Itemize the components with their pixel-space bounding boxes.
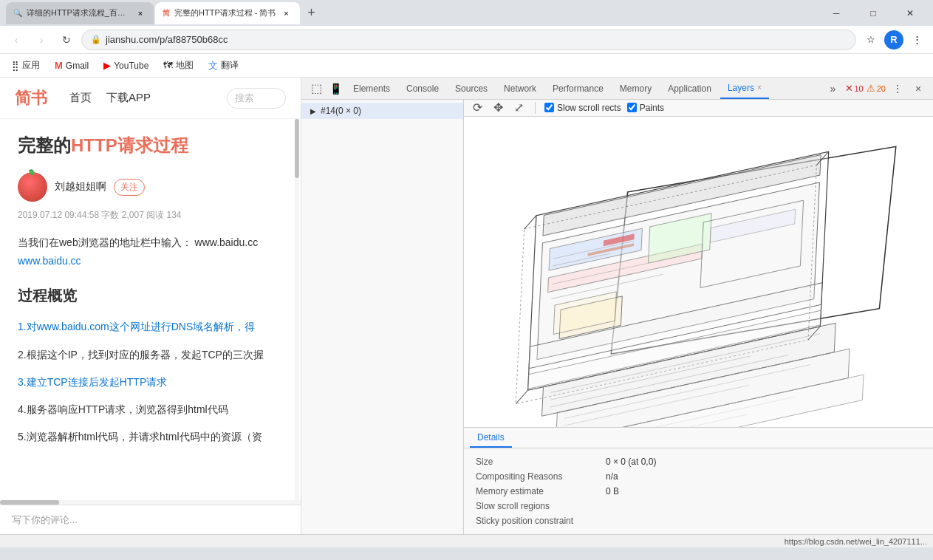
list-item-2: 2.根据这个IP，找到对应的服务器，发起TCP的三次握 bbox=[18, 346, 283, 364]
lock-icon: 🔒 bbox=[91, 35, 101, 44]
tab-application[interactable]: Application bbox=[660, 78, 719, 99]
gmail-icon: M bbox=[55, 60, 63, 71]
compositing-label: Compositing Reasons bbox=[476, 471, 594, 482]
item1-link[interactable]: 1.对www.baidu.com这个网址进行DNS域名解析，得 bbox=[18, 321, 255, 332]
pan-tool-button[interactable]: ✥ bbox=[491, 100, 505, 115]
slow-scroll-checkbox[interactable] bbox=[544, 103, 554, 112]
list-item-1: 1.对www.baidu.com这个网址进行DNS域名解析，得 bbox=[18, 318, 283, 336]
tab-2-close[interactable]: × bbox=[281, 7, 293, 19]
bookmark-star-button[interactable]: ☆ bbox=[861, 30, 881, 50]
apps-icon: ⣿ bbox=[12, 60, 19, 71]
menu-button[interactable]: ⋮ bbox=[906, 30, 927, 50]
layers-item-root[interactable]: ▶ #14(0 × 0) bbox=[301, 103, 463, 119]
layers-right-panel: ⟳ ✥ ⤢ Slow scroll rects Paints bbox=[464, 100, 933, 534]
status-url: https://blog.csdn.net/wei_lin_4207111... bbox=[785, 537, 927, 546]
paints-checkbox[interactable] bbox=[627, 103, 637, 112]
article-title: 完整的HTTP请求过程 bbox=[18, 134, 283, 157]
tab-1-close[interactable]: × bbox=[134, 7, 146, 19]
bookmarks-bar: ⣿ 应用 M Gmail ▶ YouTube 🗺 地图 文 翻译 bbox=[0, 54, 933, 78]
devtools-inspect-button[interactable]: ⬚ bbox=[307, 80, 325, 98]
details-tab-bar: Details bbox=[464, 428, 933, 448]
list-item-4: 4.服务器响应HTTP请求，浏览器得到html代码 bbox=[18, 400, 283, 419]
author-row: 刘越姐姐啊 关注 bbox=[18, 172, 283, 202]
bookmark-translate[interactable]: 文 翻译 bbox=[202, 56, 245, 75]
devtools-settings-button[interactable]: ⋮ bbox=[889, 80, 906, 98]
address-bar[interactable]: 🔒 jianshu.com/p/af88750b68cc bbox=[81, 30, 856, 50]
layers-item-expand-icon: ▶ bbox=[310, 107, 316, 115]
url-text: jianshu.com/p/af88750b68cc bbox=[106, 34, 847, 45]
close-button[interactable]: ✕ bbox=[893, 3, 927, 24]
tab-2[interactable]: 简 完整的HTTP请求过程 - 简书 × bbox=[155, 2, 300, 24]
compositing-value: n/a bbox=[606, 471, 618, 482]
tab-network[interactable]: Network bbox=[496, 78, 544, 99]
bookmark-gmail[interactable]: M Gmail bbox=[49, 57, 95, 74]
tab-sources[interactable]: Sources bbox=[448, 78, 495, 99]
devtools-more-button[interactable]: » bbox=[824, 80, 842, 98]
tab-1[interactable]: 🔍 详细的HTTP请求流程_百度搜索 × bbox=[6, 2, 154, 24]
author-name[interactable]: 刘越姐姐啊 bbox=[55, 180, 106, 194]
author-avatar bbox=[18, 172, 47, 202]
devtools-close-button[interactable]: × bbox=[909, 80, 927, 98]
toolbar-separator bbox=[535, 102, 536, 114]
tab-console[interactable]: Console bbox=[399, 78, 446, 99]
maximize-button[interactable]: □ bbox=[856, 3, 890, 24]
search-box[interactable]: 搜索 bbox=[227, 88, 286, 109]
comment-bar: 写下你的评论... bbox=[0, 505, 301, 534]
layers-tab-close[interactable]: × bbox=[757, 83, 762, 92]
tab-memory[interactable]: Memory bbox=[612, 78, 659, 99]
tab-performance[interactable]: Performance bbox=[545, 78, 611, 99]
nav-icons: ☆ R ⋮ bbox=[861, 30, 927, 50]
article-nav: 简书 首页 下载APP 搜索 bbox=[0, 78, 301, 119]
devtools-more-area: » ✕ 10 ⚠ 20 ⋮ × bbox=[824, 80, 928, 98]
new-tab-button[interactable]: + bbox=[301, 3, 322, 24]
reload-button[interactable]: ↻ bbox=[56, 30, 77, 50]
bookmark-youtube[interactable]: ▶ YouTube bbox=[98, 57, 154, 74]
translate-icon: 文 bbox=[208, 59, 218, 72]
error-count: 10 bbox=[855, 84, 864, 93]
memory-label: Memory estimate bbox=[476, 486, 594, 496]
baidu-link[interactable]: www.baidu.cc bbox=[18, 255, 81, 267]
follow-button[interactable]: 关注 bbox=[114, 179, 145, 196]
bookmark-apps[interactable]: ⣿ 应用 bbox=[6, 56, 46, 75]
article-meta: 2019.07.12 09:44:58 字数 2,007 阅读 134 bbox=[18, 209, 283, 222]
forward-button[interactable]: › bbox=[31, 30, 52, 50]
tab-1-favicon: 🔍 bbox=[13, 9, 22, 17]
list-item-3: 3.建立TCP连接后发起HTTP请求 bbox=[18, 373, 283, 392]
maps-label: 地图 bbox=[176, 59, 194, 72]
nav-download-link[interactable]: 下载APP bbox=[106, 91, 151, 105]
sticky-position-label: Sticky position constraint bbox=[476, 516, 594, 526]
devtools-panel: ⬚ 📱 Elements Console Sources Network Per… bbox=[301, 78, 933, 534]
nav-home-link[interactable]: 首页 bbox=[69, 91, 92, 105]
tab-2-favicon: 简 bbox=[163, 8, 170, 18]
paints-label[interactable]: Paints bbox=[627, 103, 664, 113]
maps-icon: 🗺 bbox=[163, 60, 173, 71]
details-row-size: Size 0 × 0 (at 0,0) bbox=[476, 454, 921, 469]
layers-sidebar: ▶ #14(0 × 0) bbox=[301, 100, 464, 534]
rotate-tool-button[interactable]: ⟳ bbox=[470, 100, 485, 115]
jianshu-logo[interactable]: 简书 bbox=[15, 87, 47, 109]
details-content: Size 0 × 0 (at 0,0) Compositing Reasons … bbox=[464, 448, 933, 534]
scroll-bar bbox=[295, 119, 299, 505]
devtools-device-button[interactable]: 📱 bbox=[327, 80, 344, 98]
tab-layers[interactable]: Layers × bbox=[720, 78, 769, 99]
bookmark-maps[interactable]: 🗺 地图 bbox=[157, 56, 199, 75]
details-row-memory: Memory estimate 0 B bbox=[476, 484, 921, 499]
layers-item-label: #14(0 × 0) bbox=[321, 106, 361, 116]
user-avatar: R bbox=[884, 30, 903, 49]
details-tab-details[interactable]: Details bbox=[470, 428, 512, 448]
title-bar: 🔍 详细的HTTP请求流程_百度搜索 × 简 完整的HTTP请求过程 - 简书 … bbox=[0, 0, 933, 26]
minimize-button[interactable]: ─ bbox=[819, 3, 853, 24]
details-panel: Details Size 0 × 0 (at 0,0) Compositing … bbox=[464, 427, 933, 534]
memory-value: 0 B bbox=[606, 486, 619, 496]
item3-link[interactable]: 3.建立TCP连接后发起HTTP请求 bbox=[18, 376, 167, 388]
layers-canvas[interactable] bbox=[464, 117, 933, 427]
slow-scroll-label[interactable]: Slow scroll rects bbox=[544, 103, 621, 113]
back-button[interactable]: ‹ bbox=[6, 30, 27, 50]
navigation-bar: ‹ › ↻ 🔒 jianshu.com/p/af88750b68cc ☆ R ⋮ bbox=[0, 26, 933, 54]
scroll-thumb[interactable] bbox=[295, 119, 299, 178]
gmail-label: Gmail bbox=[66, 61, 89, 71]
tab-elements[interactable]: Elements bbox=[346, 78, 397, 99]
move-tool-button[interactable]: ⤢ bbox=[511, 100, 526, 115]
details-row-slow-scroll: Slow scroll regions bbox=[476, 499, 921, 513]
comment-input[interactable]: 写下你的评论... bbox=[12, 513, 78, 527]
